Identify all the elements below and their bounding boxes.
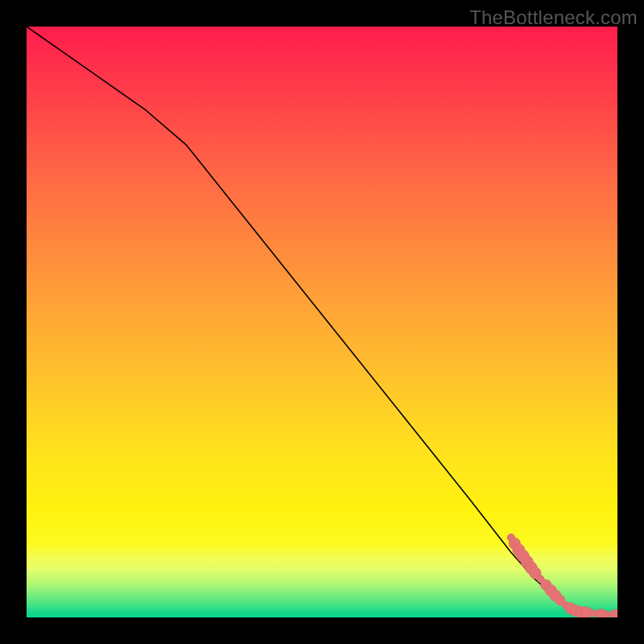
data-marker xyxy=(610,609,617,617)
chart-overlay-svg xyxy=(27,27,617,617)
marker-cluster xyxy=(507,534,617,617)
curve-line xyxy=(27,27,617,614)
chart-frame: TheBottleneck.com xyxy=(0,0,644,644)
watermark-label: TheBottleneck.com xyxy=(469,6,638,29)
plot-area xyxy=(27,27,617,617)
data-marker xyxy=(603,611,610,617)
